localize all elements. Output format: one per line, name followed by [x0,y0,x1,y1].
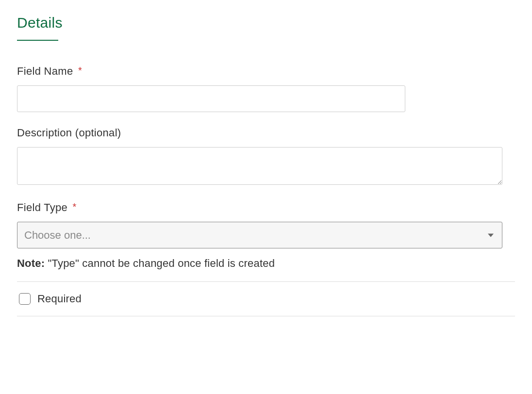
title-underline [17,40,58,41]
field-name-label-text: Field Name [17,65,73,77]
section-title: Details [17,15,515,31]
description-input[interactable] [17,147,502,185]
field-type-select[interactable]: Choose one... [17,222,502,248]
divider [17,316,515,316]
field-type-group: Field Type * Choose one... [17,201,515,248]
required-checkbox[interactable] [19,293,31,305]
field-type-note: Note: "Type" cannot be changed once fiel… [17,257,515,270]
field-type-label-text: Field Type [17,201,67,213]
field-name-input[interactable] [17,85,405,112]
required-asterisk-icon: * [73,201,77,212]
description-label-text: Description (optional) [17,127,121,139]
required-checkbox-row: Required [17,282,515,316]
description-group: Description (optional) [17,127,515,187]
note-label: Note: [17,257,45,269]
field-name-group: Field Name * [17,65,515,112]
field-name-label: Field Name * [17,65,515,78]
note-text: "Type" cannot be changed once field is c… [48,257,275,269]
required-checkbox-label: Required [37,293,82,305]
field-type-select-wrapper: Choose one... [17,222,502,248]
field-type-label: Field Type * [17,201,515,214]
description-label: Description (optional) [17,127,515,139]
required-asterisk-icon: * [78,65,82,76]
